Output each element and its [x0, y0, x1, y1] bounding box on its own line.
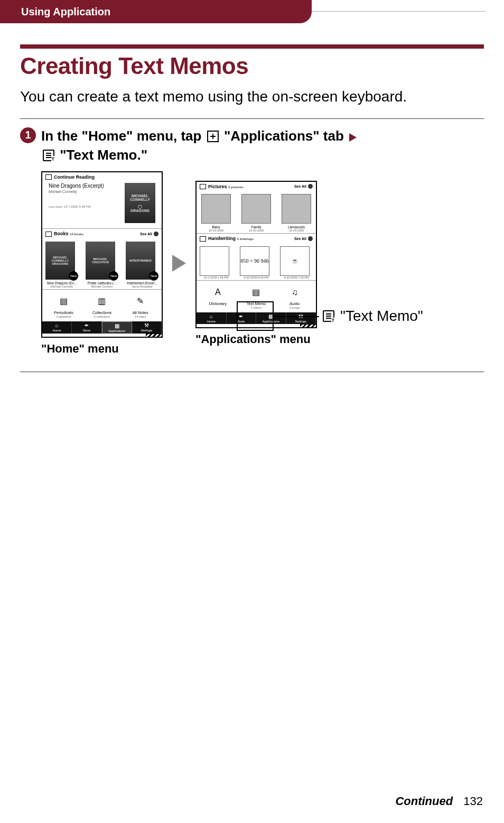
apps-screen-column: Pictures 3 pictures See All Baby 10-19-2…: [195, 181, 317, 346]
app-collections-label: Collections: [85, 310, 119, 315]
tab-applications: ▦Applications: [102, 321, 132, 334]
bookshelf-icon: [45, 232, 52, 237]
pic-title-2: Lampposts: [280, 225, 313, 229]
apps-screen-device: Pictures 3 pictures See All Baby 10-19-2…: [195, 181, 317, 328]
books-section: Books 14 books See All MICHAEL CONNELLY …: [42, 229, 162, 290]
all-notes-icon: ✎: [132, 294, 150, 309]
grid-icon: ▦: [268, 314, 273, 319]
books-seeall: See All: [140, 232, 152, 236]
circle-arrow-icon: [308, 236, 313, 241]
app-audio-label: Audio: [278, 301, 312, 306]
picture-icon: [200, 184, 206, 189]
hw-thumb-0: 10-1-2009 1:06 PM: [200, 246, 232, 279]
book-author-0: Michael Connelly: [45, 285, 78, 288]
step-1: 1 In the "Home" menu, tap "Applications"…: [20, 126, 484, 165]
pic-thumb-2: Lampposts 10-19-2009: [280, 194, 313, 232]
resize-grip-icon: [146, 334, 162, 337]
pictures-header: Pictures: [208, 184, 227, 189]
pic-0: [201, 194, 231, 224]
book-thumb-0: MICHAEL CONNELLY DRAGONS New Nine Dragon…: [45, 242, 78, 288]
cr-cover-line1: MICHAEL CONNELLY: [126, 194, 154, 201]
divider-bottom: [20, 372, 484, 372]
collections-icon: ▥: [93, 294, 111, 309]
hw-thumb-2: ☕ 9-30-2009 7:30 PM: [280, 246, 313, 279]
section-header: Using Application: [0, 0, 312, 23]
then-arrow-icon: [349, 133, 357, 142]
hw-date-1: 9-30-2009 8:00 PM: [240, 276, 273, 279]
book-title-2: Intertwined (Excer...: [126, 281, 158, 285]
callout-label: "Text Memo": [321, 308, 423, 325]
tab-home-label: Home: [53, 329, 61, 332]
hw-header: Handwriting: [208, 236, 236, 241]
step-instruction: In the "Home" menu, tap "Applications" t…: [41, 126, 358, 165]
step-apps-label: "Applications" tab: [224, 128, 348, 144]
circle-arrow-icon: [308, 184, 313, 189]
app-all-notes: ✎ All Notes 14 notes: [124, 294, 157, 318]
store-icon: ✒: [85, 323, 89, 328]
home-bottom-tabs: ⌂Home ✒Store ▦Applications ⚒Settings: [42, 321, 162, 334]
apps-apps-row: A Dictionary ▤ Text Memo 1 memo ♫ Audio …: [197, 281, 316, 312]
step-number-badge: 1: [20, 127, 36, 143]
hw-thumb-1: 850 + 96 946 9-30-2009 8:00 PM: [240, 246, 273, 279]
intro-text: You can create a text memo using the on-…: [20, 87, 484, 107]
cr-cover-line2: DRAGONS: [130, 209, 150, 212]
app-textmemo-sub: 1 memo: [239, 306, 273, 309]
pencil-icon: [200, 236, 206, 242]
app-allnotes-sub: 14 notes: [124, 315, 157, 318]
home-screen-device: Continue Reading Nine Dragons (Excerpt) …: [41, 171, 163, 338]
home-icon: ⌂: [210, 314, 213, 319]
text-memo-icon: [43, 150, 54, 161]
apps-caption: "Applications" menu: [195, 332, 317, 346]
books-header: Books: [54, 231, 69, 236]
book-thumb-1: MICHAEL CRICHTON New Pirate Latitudes (.…: [86, 242, 118, 288]
step-text-part1: In the "Home" menu, tap: [41, 128, 206, 144]
tab-applications: ▦Applications: [256, 312, 286, 324]
tab-home-label: Home: [207, 320, 216, 323]
tab-home: ⌂Home: [42, 321, 72, 334]
callout-leader-line: [274, 316, 319, 317]
divider: [20, 118, 484, 119]
tab-home: ⌂Home: [197, 312, 227, 324]
pic-title-1: Family: [240, 225, 273, 229]
dictionary-icon: A: [209, 285, 227, 300]
home-icon: ⌂: [55, 323, 59, 328]
app-audio-sub: 2 songs: [278, 306, 312, 309]
page-number: 132: [463, 794, 483, 808]
app-dictionary: A Dictionary: [201, 285, 235, 309]
app-dictionary-label: Dictionary: [201, 301, 235, 306]
applications-grid-icon: [207, 131, 219, 142]
continued-label: Continued: [395, 794, 453, 808]
step-text-part2: "Text Memo.": [60, 147, 147, 163]
cr-cover: MICHAEL CONNELLY ◯ DRAGONS: [125, 183, 155, 223]
book-title-1: Pirate Latitudes (...: [86, 281, 118, 285]
cr-title: Nine Dragons (Excerpt): [49, 183, 122, 189]
grid-icon: ▦: [115, 323, 119, 329]
big-arrow-icon: [172, 255, 186, 272]
hw-1: 850 + 96 946: [240, 246, 269, 276]
home-caption: "Home" menu: [41, 342, 163, 356]
store-icon: ✒: [239, 314, 243, 319]
app-audio: ♫ Audio 2 songs: [278, 285, 312, 309]
title-rule: [20, 44, 484, 49]
tab-store: ✒Store: [72, 321, 101, 334]
book-author-1: Michael Crichton: [86, 285, 118, 288]
pictures-sub: 3 pictures: [228, 186, 243, 189]
pic-date-0: 10-19-2009: [200, 229, 232, 232]
apps-bottom-tabs: ⌂Home ✒Store ▦Applications ⚒Settings: [197, 312, 316, 324]
hw-seeall: See All: [294, 237, 306, 241]
text-memo-icon: [323, 310, 334, 322]
circle-arrow-icon: [154, 232, 158, 236]
periodicals-icon: ▤: [54, 294, 72, 309]
hw-date-0: 10-1-2009 1:06 PM: [200, 276, 232, 279]
cr-lastread: Last read: 10-7-2009 3:48 PM: [49, 205, 122, 208]
hw-2: ☕: [280, 246, 310, 276]
text-memo-app-icon: ▤: [247, 285, 265, 300]
app-periodicals-sub: 1 periodical: [46, 315, 80, 318]
app-periodicals-label: Periodicals: [46, 310, 80, 315]
screenshots-row: Continue Reading Nine Dragons (Excerpt) …: [41, 171, 484, 356]
book-open-icon: [45, 174, 52, 180]
app-text-memo: ▤ Text Memo 1 memo: [239, 285, 273, 309]
book-title-0: Nine Dragons (Ex...: [45, 281, 78, 285]
app-textmemo-label: Text Memo: [239, 301, 273, 306]
hw-date-2: 9-30-2009 7:30 PM: [280, 276, 313, 279]
